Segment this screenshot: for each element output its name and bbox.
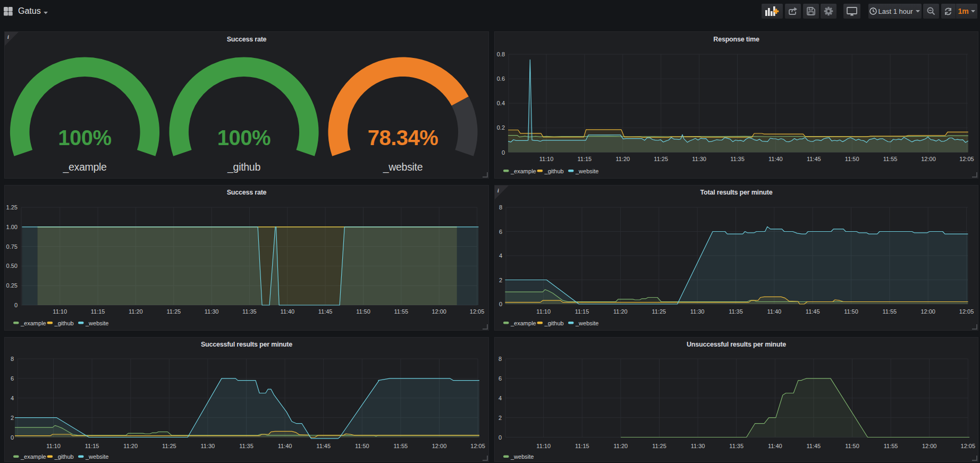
svg-text:11:25: 11:25 bbox=[162, 443, 176, 449]
svg-text:0.6: 0.6 bbox=[497, 75, 505, 82]
svg-text:11:15: 11:15 bbox=[91, 308, 105, 315]
svg-text:1.25: 1.25 bbox=[6, 204, 18, 211]
svg-text:6: 6 bbox=[499, 375, 502, 382]
svg-text:0.4: 0.4 bbox=[497, 100, 505, 106]
svg-text:11:40: 11:40 bbox=[768, 443, 782, 449]
svg-text:11:50: 11:50 bbox=[845, 156, 859, 162]
svg-text:_github: _github bbox=[54, 320, 74, 326]
svg-text:2: 2 bbox=[499, 277, 502, 283]
svg-text:11:35: 11:35 bbox=[730, 156, 745, 162]
svg-text:11:40: 11:40 bbox=[280, 308, 294, 315]
svg-text:11:45: 11:45 bbox=[807, 156, 821, 162]
svg-text:11:45: 11:45 bbox=[316, 443, 331, 449]
svg-text:11:50: 11:50 bbox=[845, 443, 859, 449]
svg-text:12:00: 12:00 bbox=[922, 443, 937, 449]
svg-text:11:25: 11:25 bbox=[654, 156, 668, 162]
svg-text:11:20: 11:20 bbox=[615, 156, 630, 162]
svg-text:12:05: 12:05 bbox=[961, 443, 976, 449]
svg-text:11:35: 11:35 bbox=[242, 308, 257, 315]
svg-text:6: 6 bbox=[11, 375, 14, 382]
svg-text:11:35: 11:35 bbox=[729, 443, 744, 449]
svg-text:0.25: 0.25 bbox=[6, 282, 18, 289]
svg-text:11:15: 11:15 bbox=[575, 308, 589, 315]
svg-text:_example: _example bbox=[62, 161, 106, 173]
svg-text:11:55: 11:55 bbox=[394, 443, 408, 449]
svg-text:_example: _example bbox=[20, 453, 46, 460]
svg-text:11:20: 11:20 bbox=[614, 443, 628, 449]
svg-text:11:35: 11:35 bbox=[239, 443, 254, 449]
svg-text:11:20: 11:20 bbox=[123, 443, 138, 449]
svg-text:_example: _example bbox=[20, 320, 46, 326]
svg-text:100%: 100% bbox=[217, 126, 271, 149]
svg-text:_github: _github bbox=[544, 320, 564, 326]
svg-text:11:45: 11:45 bbox=[807, 443, 821, 449]
svg-text:_website: _website bbox=[85, 453, 108, 460]
svg-text:_github: _github bbox=[54, 453, 74, 460]
svg-text:11:30: 11:30 bbox=[205, 308, 219, 315]
svg-text:11:40: 11:40 bbox=[768, 156, 783, 162]
svg-text:11:45: 11:45 bbox=[318, 308, 333, 315]
svg-text:11:40: 11:40 bbox=[278, 443, 292, 449]
svg-text:12:05: 12:05 bbox=[959, 308, 974, 315]
svg-text:8: 8 bbox=[499, 356, 502, 362]
svg-text:11:30: 11:30 bbox=[692, 156, 706, 162]
svg-text:1.00: 1.00 bbox=[6, 224, 18, 230]
svg-text:0: 0 bbox=[11, 434, 14, 441]
svg-text:11:15: 11:15 bbox=[575, 443, 589, 449]
svg-text:11:10: 11:10 bbox=[536, 443, 551, 449]
svg-text:11:35: 11:35 bbox=[729, 308, 743, 315]
svg-text:11:55: 11:55 bbox=[883, 156, 898, 162]
svg-text:11:15: 11:15 bbox=[85, 443, 99, 449]
svg-text:0: 0 bbox=[499, 301, 502, 307]
svg-text:11:20: 11:20 bbox=[613, 308, 628, 315]
svg-text:8: 8 bbox=[499, 204, 502, 211]
svg-text:0: 0 bbox=[499, 434, 502, 441]
svg-text:11:50: 11:50 bbox=[356, 308, 370, 315]
svg-text:11:10: 11:10 bbox=[536, 308, 551, 315]
svg-text:0: 0 bbox=[502, 149, 505, 156]
svg-text:11:45: 11:45 bbox=[806, 308, 820, 315]
svg-text:11:50: 11:50 bbox=[844, 308, 858, 315]
svg-text:8: 8 bbox=[11, 356, 14, 362]
svg-text:12:05: 12:05 bbox=[959, 156, 974, 162]
svg-text:12:00: 12:00 bbox=[920, 308, 935, 315]
svg-text:11:25: 11:25 bbox=[652, 308, 666, 315]
svg-text:_example: _example bbox=[510, 168, 536, 174]
svg-text:_example: _example bbox=[510, 320, 536, 326]
svg-text:11:10: 11:10 bbox=[53, 308, 67, 315]
svg-text:12:05: 12:05 bbox=[470, 443, 485, 449]
svg-text:11:15: 11:15 bbox=[578, 156, 592, 162]
svg-text:4: 4 bbox=[11, 395, 14, 401]
svg-text:4: 4 bbox=[499, 395, 502, 401]
svg-text:_website: _website bbox=[85, 320, 108, 326]
svg-text:4: 4 bbox=[499, 252, 502, 259]
svg-text:6: 6 bbox=[499, 229, 502, 235]
svg-text:11:20: 11:20 bbox=[129, 308, 143, 315]
svg-text:11:30: 11:30 bbox=[690, 308, 705, 315]
svg-text:11:25: 11:25 bbox=[166, 308, 181, 315]
svg-text:11:40: 11:40 bbox=[767, 308, 781, 315]
svg-text:11:55: 11:55 bbox=[884, 443, 898, 449]
svg-text:_website: _website bbox=[575, 320, 598, 326]
svg-text:_website: _website bbox=[510, 453, 534, 460]
svg-text:2: 2 bbox=[11, 415, 14, 421]
svg-text:12:00: 12:00 bbox=[432, 308, 446, 315]
svg-text:_github: _github bbox=[227, 161, 260, 173]
svg-text:11:30: 11:30 bbox=[691, 443, 705, 449]
svg-text:11:10: 11:10 bbox=[46, 443, 61, 449]
svg-text:78.34%: 78.34% bbox=[368, 126, 438, 149]
svg-text:11:30: 11:30 bbox=[201, 443, 215, 449]
svg-text:0.50: 0.50 bbox=[6, 263, 18, 269]
svg-text:11:10: 11:10 bbox=[539, 156, 554, 162]
svg-text:12:00: 12:00 bbox=[432, 443, 447, 449]
svg-text:0.8: 0.8 bbox=[497, 51, 505, 57]
svg-text:2: 2 bbox=[499, 415, 502, 421]
svg-text:0.2: 0.2 bbox=[497, 124, 505, 131]
svg-text:12:00: 12:00 bbox=[921, 156, 936, 162]
svg-text:11:55: 11:55 bbox=[394, 308, 409, 315]
svg-text:0: 0 bbox=[14, 302, 18, 308]
svg-text:11:55: 11:55 bbox=[882, 308, 897, 315]
svg-text:_website: _website bbox=[575, 168, 598, 174]
svg-text:0.75: 0.75 bbox=[6, 243, 18, 250]
svg-text:12:05: 12:05 bbox=[470, 308, 485, 315]
